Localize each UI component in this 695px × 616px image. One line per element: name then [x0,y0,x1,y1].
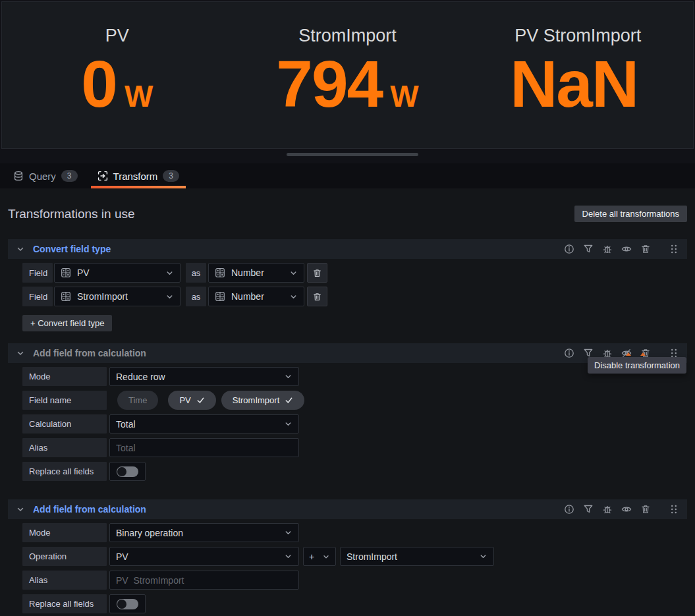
filter-icon[interactable] [583,504,594,515]
operand-left-select[interactable]: PV [109,547,299,566]
page-title: Transformations in use [8,207,135,221]
mode-select[interactable]: Binary operation [109,523,299,542]
operator-value: + [309,551,314,562]
trash-icon[interactable] [640,244,651,254]
chevron-down-icon [284,528,292,537]
operation-label: Operation [22,547,107,566]
toggle-track [117,466,138,477]
chevron-down-icon [284,552,292,561]
info-icon[interactable] [564,348,574,358]
splitter-handle-icon[interactable] [287,153,418,156]
transform-pane-header: Transformations in use Delete all transf… [8,206,687,222]
add-convert-field-type-button[interactable]: + Convert field type [22,315,112,331]
calculation-row: Calculation Total [22,414,687,434]
replace-all-fields-label: Replace all fields [22,462,107,481]
mode-row: Mode Binary operation [22,523,687,542]
transformation-actions [564,244,679,254]
field-select[interactable]: StromImport [54,287,181,306]
database-icon [13,171,24,181]
alias-row: Alias [22,571,687,590]
mode-select[interactable]: Reduce row [109,367,299,386]
operator-select[interactable]: + [303,547,336,566]
field-select[interactable]: PV [54,263,181,283]
transformation-header[interactable]: Add field from calculation [8,343,687,363]
remove-conversion-button[interactable] [307,263,327,283]
info-icon[interactable] [564,244,574,254]
transformation-header[interactable]: Convert field type [8,239,687,259]
type-select[interactable]: Number [208,287,304,306]
alias-input[interactable] [109,438,299,457]
debug-icon[interactable] [602,504,613,515]
chevron-down-icon[interactable] [16,349,25,358]
transformation-title[interactable]: Add field from calculation [33,348,146,358]
tab-query-label: Query [29,171,56,182]
chevron-down-icon [165,293,174,301]
drag-handle-icon[interactable] [669,244,679,254]
field-name-label: Field name [22,391,107,410]
trash-icon[interactable] [640,504,651,515]
mode-label: Mode [22,367,107,386]
eye-icon[interactable] [621,504,632,515]
field-label: Field [22,263,53,283]
operand-right-value: StromImport [347,551,397,562]
transformation-body: Mode Reduce row Field name Time PV [8,363,687,481]
transformation-title[interactable]: Add field from calculation [33,504,146,515]
field-type-icon [61,291,71,302]
cursor-artifact [640,352,646,356]
as-label: as [186,263,206,283]
disable-transformation-tooltip: Disable transformation [588,357,686,374]
mode-select-value: Binary operation [116,528,183,538]
remove-conversion-button[interactable] [307,287,327,306]
operand-left-value: PV [116,551,128,562]
debug-icon[interactable] [602,244,613,254]
tab-query[interactable]: Query 3 [7,163,84,188]
stat-value: 794 W [233,51,463,117]
filter-icon[interactable] [583,244,594,254]
cursor-artifact [626,352,631,356]
replace-all-fields-toggle[interactable] [109,462,146,481]
stat-stromimport: StromImport 794 W [233,2,463,148]
tab-bar: Query 3 Transform 3 [0,163,695,188]
chevron-down-icon [289,293,298,301]
transformation-body: Field PV as Number Field [8,259,687,331]
operand-right-select[interactable]: StromImport [340,547,494,566]
chevron-down-icon[interactable] [16,505,25,514]
convert-row-1: Field PV as Number [22,263,687,283]
delete-all-transformations-button[interactable]: Delete all transformations [574,206,687,222]
field-pill-time[interactable]: Time [117,391,158,410]
replace-all-fields-toggle[interactable] [109,594,146,613]
field-select-value: StromImport [77,291,128,302]
calculation-select[interactable]: Total [109,414,299,434]
field-type-icon [61,267,71,278]
alias-label: Alias [22,438,107,457]
chevron-down-icon [322,553,330,561]
eye-icon[interactable] [621,244,632,254]
type-select[interactable]: Number [208,263,304,283]
transform-icon [97,171,108,181]
chevron-down-icon[interactable] [16,244,25,254]
transformation-convert-field-type: Convert field type Field PV [8,239,687,331]
field-name-pills: Time PV StromImport [117,391,304,410]
tab-transform-label: Transform [113,171,158,182]
replace-all-fields-row: Replace all fields [22,462,687,481]
alias-input[interactable] [109,571,299,590]
stat-pv: PV 0 W [2,2,233,148]
alias-label: Alias [22,571,107,590]
transformation-header[interactable]: Add field from calculation [8,499,687,519]
replace-all-fields-row: Replace all fields [22,594,687,613]
pane-splitter[interactable] [0,150,695,163]
tab-transform[interactable]: Transform 3 [91,163,186,188]
convert-row-2: Field StromImport as Number [22,287,687,306]
transformation-add-field-reduce: Add field from calculation Mode Reduce r… [8,343,687,481]
transformation-title[interactable]: Convert field type [33,244,111,254]
as-label: as [186,287,206,306]
drag-handle-icon[interactable] [669,504,679,515]
field-pill-stromimport[interactable]: StromImport [221,391,305,410]
field-label: Field [22,287,53,306]
info-icon[interactable] [564,504,574,515]
transformation-add-field-binary: Add field from calculation Mode Binary o… [8,499,687,613]
stat-value: 0 W [2,51,233,117]
check-icon [196,396,205,405]
field-select-value: PV [77,267,90,278]
field-pill-pv[interactable]: PV [168,391,215,410]
